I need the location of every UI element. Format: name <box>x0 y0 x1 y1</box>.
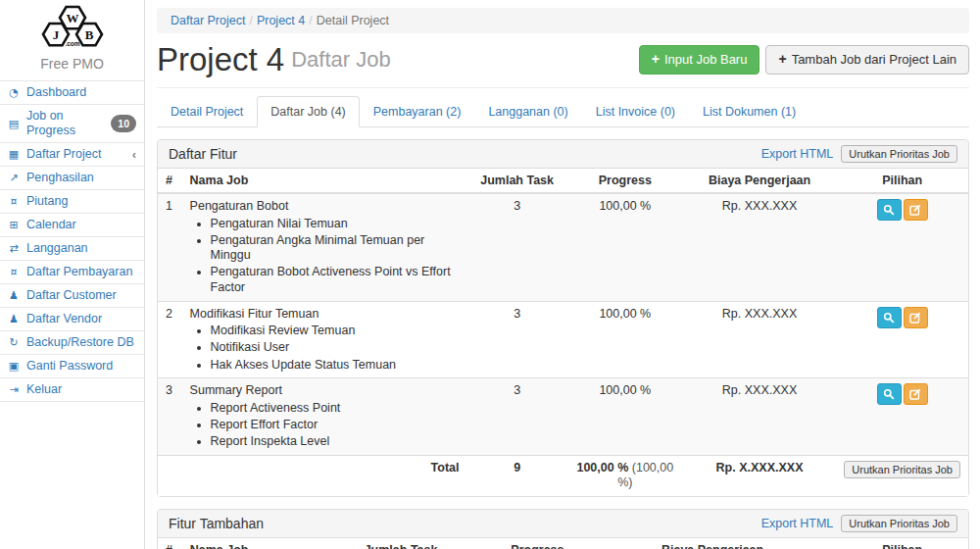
panel-title: Daftar Fitur <box>169 146 237 162</box>
tab-daftar-job[interactable]: Daftar Job (4) <box>257 96 359 127</box>
progress-value: 100,00 % <box>567 378 683 456</box>
sidebar-item-langganan[interactable]: ⇄Langganan <box>0 237 144 261</box>
col-jumlah-task: Jumlah Task <box>316 538 486 549</box>
svg-text:B: B <box>84 27 93 42</box>
tambah-job-dari-project-lain-button[interactable]: Tambah Job dari Project Lain <box>765 45 969 75</box>
urutkan-prioritas-job-button[interactable]: Urutkan Prioritas Job <box>841 515 957 532</box>
dashboard-icon: ◔ <box>7 85 21 100</box>
app-layout: W J B .com Free PMO ◔Dashboard ▤Job on P… <box>0 0 980 549</box>
sidebar-item-calendar[interactable]: ⊞Calendar <box>0 214 144 237</box>
col-no: # <box>158 169 182 193</box>
header-buttons: Input Job Baru Tambah Job dari Project L… <box>639 45 969 75</box>
search-icon <box>883 312 895 324</box>
urutkan-prioritas-job-button[interactable]: Urutkan Prioritas Job <box>841 145 957 163</box>
svg-text:.com: .com <box>65 40 79 47</box>
edit-job-button[interactable] <box>904 307 928 328</box>
users-icon: ♟ <box>7 288 21 303</box>
total-tasks: 9 <box>467 455 567 496</box>
subtask-item: Pengaturan Nilai Temuan <box>211 217 460 232</box>
actions-cell <box>836 301 968 378</box>
tab-bar: Detail Project Daftar Job (4) Pembayaran… <box>157 96 969 127</box>
sidebar-item-dashboard[interactable]: ◔Dashboard <box>0 81 144 105</box>
export-html-link[interactable]: Export HTML <box>761 517 834 530</box>
money-icon: ¤ <box>7 265 21 279</box>
app-logo[interactable]: W J B .com <box>0 0 144 54</box>
sidebar-item-keluar[interactable]: ⇥Keluar <box>0 378 144 402</box>
view-job-button[interactable] <box>877 199 902 221</box>
job-count-badge: 10 <box>111 115 136 132</box>
export-html-link[interactable]: Export HTML <box>761 147 834 161</box>
plus-icon <box>652 52 660 69</box>
tab-list-invoice[interactable]: List Invoice (0) <box>582 96 689 127</box>
view-job-button[interactable] <box>877 307 902 328</box>
row-number: 1 <box>158 193 182 301</box>
job-name-cell: Modifikasi Fitur Temuan Modifikasi Revie… <box>182 301 467 378</box>
tab-detail-project[interactable]: Detail Project <box>157 96 257 127</box>
sidebar-nav: ◔Dashboard ▤Job on Progress10 ▦Daftar Pr… <box>0 80 144 402</box>
progress-value: 100,00 % <box>567 193 683 301</box>
money-icon: ¤ <box>7 194 21 209</box>
subtask-list: Pengaturan Nilai Temuan Pengaturan Angka… <box>190 217 460 296</box>
fitur-tambahan-table: # Nama Job Jumlah Task Progress Biaya Pe… <box>158 538 968 549</box>
input-job-baru-button[interactable]: Input Job Baru <box>639 45 760 75</box>
sidebar-item-daftar-customer[interactable]: ♟Daftar Customer <box>0 284 144 308</box>
sidebar-item-penghasilan[interactable]: ↗Penghasilan <box>0 167 144 190</box>
edit-pencil-icon <box>909 204 921 216</box>
breadcrumb-project-4[interactable]: Project 4 <box>257 14 305 27</box>
edit-job-button[interactable] <box>904 199 928 221</box>
sidebar-item-daftar-project[interactable]: ▦Daftar Project‹ <box>0 143 144 167</box>
plus-icon <box>778 52 786 69</box>
total-cost: Rp. X.XXX.XXX <box>683 455 836 496</box>
line-chart-icon: ↗ <box>7 171 21 185</box>
row-number: 2 <box>158 301 182 378</box>
edit-job-button[interactable] <box>904 383 928 405</box>
page-header: Project 4 Daftar Job Input Job Baru Tamb… <box>157 38 969 88</box>
task-count: 3 <box>467 193 567 301</box>
subtask-item: Report Effort Factor <box>211 418 460 433</box>
breadcrumb: Daftar Project/Project 4/Detail Project <box>157 8 969 33</box>
subtask-item: Hak Akses Update Status Temuan <box>211 358 460 374</box>
col-pilihan: Pilihan <box>836 169 968 193</box>
app-name: Free PMO <box>0 56 144 72</box>
users-icon: ♟ <box>7 312 21 326</box>
actions-cell <box>836 193 968 301</box>
subtask-item: Pengaturan Angka Minimal Temuan per Ming… <box>211 233 460 264</box>
table-header-row: # Nama Job Jumlah Task Progress Biaya Pe… <box>158 169 968 193</box>
subtask-item: Notifikasi User <box>211 340 460 356</box>
subtask-item: Report Inspekta Level <box>211 434 460 450</box>
view-job-button[interactable] <box>877 383 902 405</box>
breadcrumb-separator: / <box>305 14 316 27</box>
tab-list-dokumen[interactable]: List Dokumen (1) <box>689 96 809 127</box>
total-row: Total 9 100,00 % (100,00 %) Rp. X.XXX.XX… <box>158 455 968 496</box>
sidebar-item-daftar-pembayaran[interactable]: ¤Daftar Pembayaran <box>0 261 144 284</box>
urutkan-prioritas-job-button[interactable]: Urutkan Prioritas Job <box>844 461 960 478</box>
repeat-icon: ⇄ <box>7 241 21 256</box>
svg-text:J: J <box>52 27 59 42</box>
edit-pencil-icon <box>909 388 921 400</box>
edit-pencil-icon <box>909 312 921 324</box>
subtask-item: Modifikasi Review Temuan <box>211 324 460 339</box>
cost-value: Rp. XXX.XXX <box>683 193 836 301</box>
sidebar-item-ganti-password[interactable]: ▣Ganti Password <box>0 355 144 378</box>
tab-langganan[interactable]: Langganan (0) <box>474 96 581 127</box>
breadcrumb-current: Detail Project <box>317 14 389 27</box>
sidebar-item-backup-restore-db[interactable]: ↻Backup/Restore DB <box>0 331 144 355</box>
breadcrumb-separator: / <box>245 14 256 27</box>
breadcrumb-daftar-project[interactable]: Daftar Project <box>171 14 245 27</box>
panel-daftar-fitur-heading: Daftar Fitur Export HTML Urutkan Priorit… <box>158 140 968 169</box>
col-no: # <box>158 538 182 549</box>
subtask-list: Modifikasi Review Temuan Notifikasi User… <box>190 324 460 373</box>
calendar-icon: ⊞ <box>7 218 21 232</box>
sidebar: W J B .com Free PMO ◔Dashboard ▤Job on P… <box>0 0 145 549</box>
search-icon <box>883 388 895 400</box>
subtask-item: Report Activeness Point <box>211 401 460 417</box>
tab-pembayaran[interactable]: Pembayaran (2) <box>360 96 475 127</box>
sidebar-item-piutang[interactable]: ¤Piutang <box>0 190 144 214</box>
sidebar-item-daftar-vendor[interactable]: ♟Daftar Vendor <box>0 308 144 331</box>
svg-text:W: W <box>66 11 78 25</box>
task-count: 3 <box>467 378 567 456</box>
col-progress: Progress <box>567 169 683 193</box>
sidebar-item-job-on-progress[interactable]: ▤Job on Progress10 <box>0 105 144 143</box>
actions-cell <box>836 378 968 456</box>
cost-value: Rp. XXX.XXX <box>683 378 836 456</box>
